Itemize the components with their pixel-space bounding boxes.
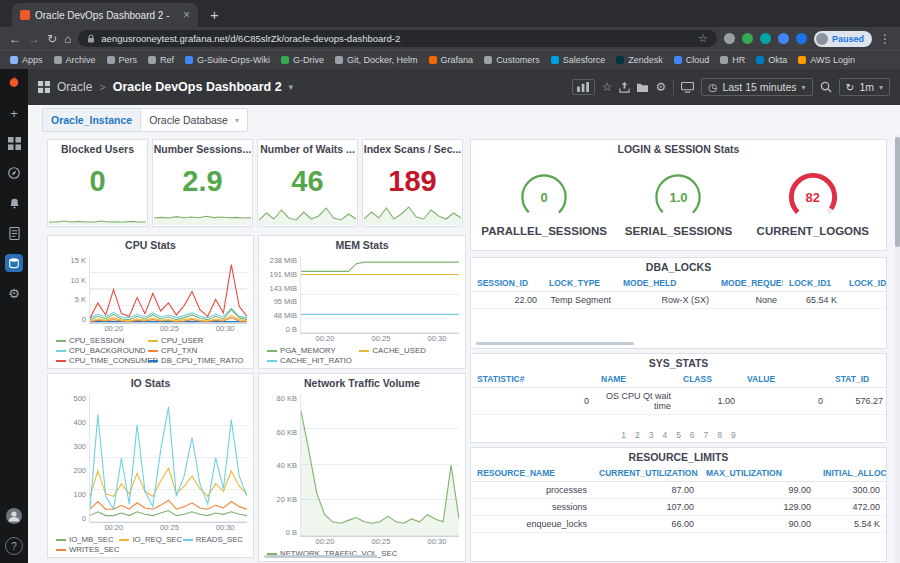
- table-row[interactable]: processes87.0099.00300.00: [471, 482, 886, 499]
- io-stats-panel[interactable]: IO Stats 5004003002001000 00:2000:2500:3…: [47, 373, 254, 558]
- add-panel-button[interactable]: [572, 79, 595, 95]
- browser-tab[interactable]: Oracle DevOps Dashboard 2 - ×: [12, 3, 198, 27]
- star-button[interactable]: ☆: [602, 81, 613, 93]
- variable-value-dropdown[interactable]: Oracle Database ▾: [141, 109, 247, 131]
- dashboard-title[interactable]: Oracle DevOps Dashboard 2: [113, 80, 282, 94]
- reload-icon[interactable]: ↻: [47, 33, 57, 45]
- singlestat-panel[interactable]: Number of Waits ... 46: [257, 139, 358, 227]
- pagination-page[interactable]: 1: [621, 430, 626, 440]
- oracle-app-plugin-icon[interactable]: [5, 254, 23, 272]
- extension-icon[interactable]: [742, 33, 753, 44]
- bookmark-item[interactable]: Apps: [10, 55, 43, 65]
- column-header[interactable]: VALUE: [741, 371, 829, 388]
- extension-icon[interactable]: [796, 33, 807, 44]
- horizontal-scrollbar[interactable]: [476, 342, 634, 345]
- bookmark-item[interactable]: Okta: [756, 55, 787, 65]
- user-avatar-icon[interactable]: [5, 507, 23, 525]
- singlestat-panel[interactable]: Index Scans / Sec... 189: [362, 139, 463, 227]
- bookmark-item[interactable]: Cloud: [674, 55, 710, 65]
- share-button[interactable]: [619, 82, 630, 93]
- extension-icon[interactable]: [760, 33, 771, 44]
- legend-item[interactable]: WRITES_SEC: [56, 545, 111, 554]
- legend-item[interactable]: READS_SEC: [183, 535, 238, 544]
- bookmark-item[interactable]: G-Suite-Grps-Wiki: [185, 55, 270, 65]
- dashboard-picker-grid-icon[interactable]: [38, 81, 50, 93]
- pagination-page[interactable]: 5: [676, 430, 681, 440]
- column-header[interactable]: MODE_HELD: [617, 275, 715, 292]
- pagination-page[interactable]: 4: [662, 430, 667, 440]
- bookmark-item[interactable]: Customers: [484, 55, 540, 65]
- forward-icon[interactable]: →: [28, 33, 40, 45]
- bookmark-item[interactable]: G-Drive: [281, 55, 324, 65]
- time-range-picker[interactable]: ◷ Last 15 minutes ▾: [701, 78, 812, 96]
- cpu-stats-panel[interactable]: CPU Stats 15 K10 K5 K0 00:2000:2500:30 C…: [47, 235, 254, 369]
- column-header[interactable]: RESOURCE_NAME: [471, 465, 593, 482]
- bookmark-item[interactable]: AWS Login: [798, 55, 855, 65]
- back-icon[interactable]: ←: [9, 33, 21, 45]
- pagination-page[interactable]: 2: [635, 430, 640, 440]
- pagination-page[interactable]: 3: [649, 430, 654, 440]
- column-header[interactable]: MAX_UTILIZATION: [700, 465, 817, 482]
- bookmark-item[interactable]: Archive: [54, 55, 96, 65]
- alerting-bell-icon[interactable]: [5, 194, 23, 212]
- horizontal-scrollbar[interactable]: [264, 555, 377, 558]
- pagination-page[interactable]: 6: [690, 430, 695, 440]
- dba-locks-panel[interactable]: DBA_LOCKS SESSION_IDLOCK_TYPEMODE_HELDMO…: [470, 257, 887, 349]
- bookmark-star-icon[interactable]: ☆: [698, 33, 708, 44]
- bookmark-item[interactable]: Git, Docker, Helm: [335, 55, 418, 65]
- extension-icon[interactable]: [724, 33, 735, 44]
- bookmark-item[interactable]: Ref: [148, 55, 174, 65]
- legend-item[interactable]: CPU_BACKGROUND: [56, 346, 140, 355]
- legend-item[interactable]: IO_REQ_SEC: [119, 535, 174, 544]
- singlestat-panel[interactable]: Number Sessions... 2.9: [152, 139, 253, 227]
- dashboards-icon[interactable]: [5, 134, 23, 152]
- bookmark-item[interactable]: Grafana: [429, 55, 474, 65]
- resource-limits-panel[interactable]: RESOURCE_LIMITS RESOURCE_NAMECURRENT_UTI…: [470, 447, 887, 562]
- column-header[interactable]: STAT_ID: [829, 371, 886, 388]
- column-header[interactable]: SESSION_ID: [471, 275, 543, 292]
- snapshot-doc-icon[interactable]: [5, 224, 23, 242]
- browser-menu-icon[interactable]: ⋮: [879, 32, 891, 46]
- table-row[interactable]: enqueue_locks66.0090.005.54 K: [471, 516, 886, 533]
- column-header[interactable]: NAME: [595, 371, 677, 388]
- save-button[interactable]: [637, 82, 648, 93]
- bookmark-item[interactable]: Salesforce: [551, 55, 606, 65]
- tv-kiosk-button[interactable]: [681, 82, 694, 93]
- vertical-scrollbar[interactable]: [895, 137, 900, 247]
- column-header[interactable]: LOCK_ID2: [843, 275, 886, 292]
- breadcrumb-folder[interactable]: Oracle: [57, 80, 92, 94]
- bookmark-item[interactable]: HR: [720, 55, 745, 65]
- dashboard-settings-icon[interactable]: ⚙: [655, 81, 666, 93]
- zoom-out-icon[interactable]: [820, 81, 832, 93]
- refresh-picker[interactable]: ↻ 1m ▾: [839, 78, 890, 96]
- help-icon[interactable]: ?: [5, 537, 23, 555]
- title-caret-icon[interactable]: ▾: [289, 82, 294, 92]
- column-header[interactable]: LOCK_TYPE: [543, 275, 617, 292]
- legend-item[interactable]: CPU_USER: [148, 336, 232, 345]
- extension-icon[interactable]: [778, 33, 789, 44]
- table-row[interactable]: 22.00Temp SegmentRow-X (SX)None65.54 K1.…: [471, 292, 886, 309]
- grafana-logo-icon[interactable]: [5, 74, 23, 92]
- legend-item[interactable]: CPU_TXN: [148, 346, 232, 355]
- pagination-page[interactable]: 9: [731, 430, 736, 440]
- pagination-page[interactable]: 8: [717, 430, 722, 440]
- legend-item[interactable]: CACHE_HIT_RATIO: [267, 356, 351, 365]
- legend-item[interactable]: CPU_SESSION: [56, 336, 140, 345]
- column-header[interactable]: CLASS: [677, 371, 741, 388]
- tab-close-icon[interactable]: ×: [183, 9, 190, 21]
- network-traffic-panel[interactable]: Network Traffic Volume 80 KB60 KB40 KB20…: [258, 373, 466, 562]
- singlestat-panel[interactable]: Blocked Users 0: [47, 139, 148, 227]
- legend-item[interactable]: CACHE_USED: [359, 346, 443, 355]
- column-header[interactable]: STATISTIC#: [471, 371, 595, 388]
- explore-compass-icon[interactable]: [5, 164, 23, 182]
- login-session-panel[interactable]: LOGIN & SESSION Stats 0 PARALLEL_SESSION…: [470, 139, 887, 251]
- pagination-page[interactable]: 7: [704, 430, 709, 440]
- column-header[interactable]: MODE_REQUESTED: [715, 275, 783, 292]
- table-row[interactable]: sessions107.00129.00472.00: [471, 499, 886, 516]
- legend-item[interactable]: IO_MB_SEC: [56, 535, 111, 544]
- sys-stats-panel[interactable]: SYS_STATS STATISTIC#NAMECLASSVALUESTAT_I…: [470, 353, 887, 443]
- bookmark-item[interactable]: Pers: [107, 55, 138, 65]
- legend-item[interactable]: DB_CPU_TIME_RATIO: [148, 356, 232, 365]
- column-header[interactable]: LOCK_ID1: [783, 275, 843, 292]
- mem-stats-panel[interactable]: MEM Stats 238 MiB191 MiB143 MiB95 MiB48 …: [258, 235, 466, 369]
